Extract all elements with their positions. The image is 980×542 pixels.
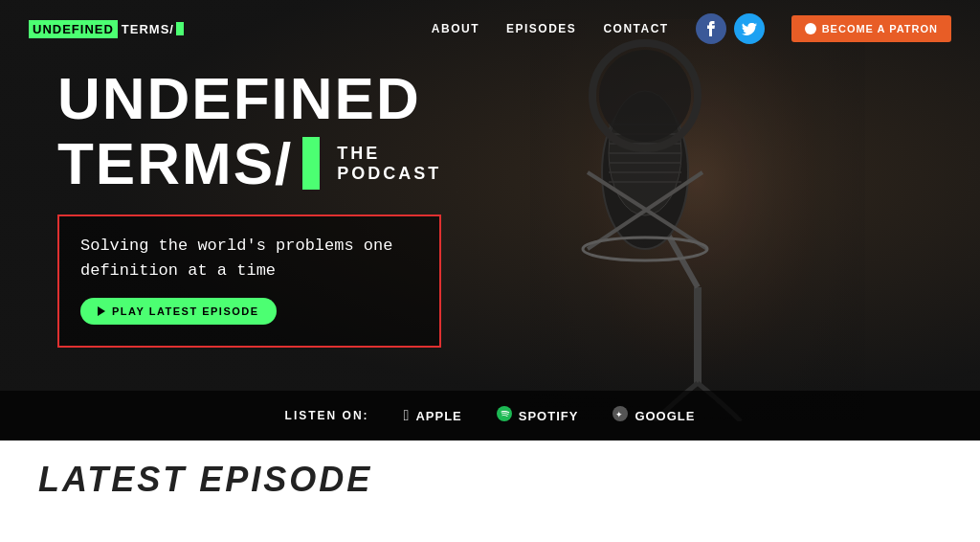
hero-subtitle: THE PODCAST — [337, 144, 441, 184]
listen-label: LISTEN ON: — [285, 409, 369, 422]
hero-highlight-box: Solving the world's problems onedefiniti… — [57, 215, 441, 348]
platform-apple[interactable]:  APPLE — [404, 407, 462, 424]
google-icon: ✦ — [612, 406, 628, 425]
hero-the: THE — [337, 144, 441, 164]
hero-title-undefined: UNDEFINED — [57, 67, 441, 129]
nav: ABOUT EPISODES CONTACT BECOME A PATRON — [432, 13, 951, 44]
logo-terms: TERMS/ — [122, 22, 174, 36]
facebook-button[interactable] — [696, 13, 726, 44]
nav-about[interactable]: ABOUT — [432, 22, 479, 35]
apple-icon:  — [404, 407, 410, 424]
latest-episode-title: LATEST EPISODE — [38, 460, 372, 500]
logo-undefined: UNDEFINED — [29, 20, 118, 38]
platform-google[interactable]: ✦ GOOGLE — [612, 406, 695, 425]
patron-button[interactable]: BECOME A PATRON — [791, 15, 951, 42]
play-latest-button[interactable]: PLAY LATEST EPISODE — [80, 298, 277, 325]
svg-point-17 — [497, 406, 512, 421]
patron-icon — [805, 23, 816, 34]
bottom-section: LATEST EPISODE — [0, 440, 980, 542]
hero-section: UNDEFINED TERMS/ THE PODCAST Solving the… — [0, 0, 980, 440]
patron-label: BECOME A PATRON — [822, 23, 938, 34]
logo: UNDEFINED TERMS/ — [29, 20, 184, 38]
twitter-button[interactable] — [734, 13, 765, 44]
nav-contact[interactable]: CONTACT — [603, 22, 668, 35]
social-icons — [696, 13, 765, 44]
svg-point-16 — [599, 50, 691, 142]
apple-label: APPLE — [415, 409, 461, 423]
header: UNDEFINED TERMS/ ABOUT EPISODES CONTACT … — [0, 0, 980, 57]
svg-text:✦: ✦ — [615, 410, 623, 419]
hero-content: UNDEFINED TERMS/ THE PODCAST Solving the… — [57, 67, 441, 348]
hero-title-terms: TERMS/ — [57, 129, 293, 197]
nav-episodes[interactable]: EPISODES — [506, 22, 576, 35]
hero-title-terms-row: TERMS/ THE PODCAST — [57, 129, 441, 197]
platform-spotify[interactable]: SPOTIFY — [497, 406, 579, 425]
listen-bar: LISTEN ON:  APPLE SPOTIFY ✦ GOOGLE — [0, 391, 980, 440]
play-icon — [98, 306, 105, 316]
microphone-image — [530, 19, 865, 421]
spotify-icon — [497, 406, 512, 425]
spotify-label: SPOTIFY — [519, 409, 579, 423]
hero-green-bar — [302, 137, 320, 190]
logo-cursor — [176, 22, 184, 35]
google-label: GOOGLE — [635, 409, 695, 423]
hero-podcast: PODCAST — [337, 164, 441, 184]
play-btn-label: PLAY LATEST EPISODE — [112, 305, 259, 317]
hero-tagline: Solving the world's problems onedefiniti… — [80, 234, 418, 282]
